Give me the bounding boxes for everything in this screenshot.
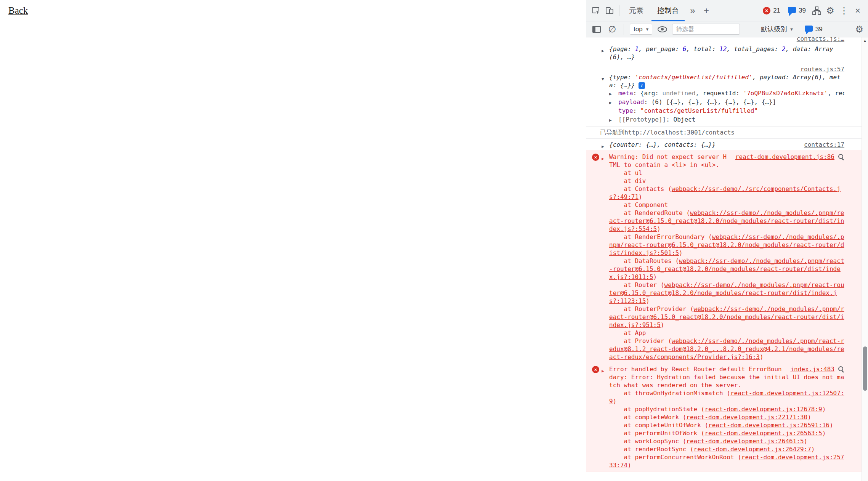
panel-icon — [592, 26, 601, 33]
message-text: {counter: {…}, contacts: {…}} — [609, 141, 716, 148]
tab-console[interactable]: 控制台 — [651, 0, 685, 21]
source-location-link[interactable]: contacts.js:… — [797, 37, 844, 43]
source-location-link[interactable]: react-dom.development.js:86 — [735, 153, 834, 161]
console-text: , req — [828, 90, 844, 97]
property-text: payload: (6) [{…}, {…}, {…}, {…}, {…}, {… — [618, 98, 776, 106]
toolbar-divider — [624, 24, 624, 35]
console-text: {page: — [609, 45, 635, 53]
devtools-panel: 元素 控制台 » + × 21 39 ⚙ ⋮ × ∅ top ▾ — [586, 0, 868, 481]
expand-triangle-icon[interactable]: ▶ — [609, 99, 618, 107]
message-text: Error handled by React Router default Er… — [609, 366, 844, 469]
back-link[interactable]: Back — [8, 5, 28, 16]
message-source: react-dom.development.js:86 — [735, 153, 844, 161]
message-count-badge[interactable]: 39 — [788, 7, 806, 14]
console-text: type — [618, 107, 633, 114]
more-tabs-icon[interactable]: » — [687, 4, 698, 18]
console-text: : — [633, 107, 640, 114]
console-text: 1 — [635, 45, 639, 53]
stack-trace-link[interactable]: react-dom.development.js:26563:5 — [704, 430, 822, 437]
source-location-link[interactable]: contacts:17 — [804, 141, 844, 149]
live-expression-eye-icon[interactable] — [656, 22, 668, 36]
source-location-link[interactable]: routes.js:57 — [800, 65, 844, 73]
magnifier-icon[interactable] — [838, 366, 844, 372]
stack-trace-link[interactable]: react-dom.development.js:22171:30 — [686, 414, 807, 421]
clear-console-icon[interactable]: ∅ — [606, 22, 618, 36]
console-text: meta — [618, 90, 633, 97]
expand-triangle-icon[interactable]: ▼ — [602, 75, 604, 83]
object-property-row: ▶type: "contacts/getUserList/fulfilled" — [609, 107, 844, 115]
object-property-row: ▶payload: (6) [{…}, {…}, {…}, {…}, {…}, … — [609, 98, 844, 107]
console-text: [[Prototype]] — [618, 116, 666, 123]
console-sidebar-icon[interactable] — [591, 22, 602, 36]
expand-triangle-icon[interactable]: ▶ — [602, 155, 604, 163]
console-message: routes.js:57▼{type: 'contacts/getUserLis… — [586, 63, 862, 127]
console-message: contacts.js:… — [586, 37, 862, 43]
source-location-link[interactable]: index.js:483 — [790, 365, 834, 373]
expand-triangle-icon[interactable]: ▶ — [602, 47, 604, 55]
message-count: 39 — [799, 7, 806, 14]
toolbar-divider — [619, 5, 619, 16]
error-icon: × — [592, 366, 599, 373]
console-text: ) — [760, 353, 764, 361]
info-icon[interactable]: i — [639, 82, 645, 89]
log-levels-label: 默认级别 — [761, 25, 787, 34]
console-message: 已导航到http://localhost:3001/contacts — [586, 127, 862, 139]
scrollbar-thumb[interactable] — [863, 346, 867, 391]
console-filter-input[interactable] — [672, 24, 740, 35]
expand-triangle-icon[interactable]: ▶ — [602, 367, 604, 375]
nodes-icon[interactable] — [811, 4, 822, 18]
issues-bubble-icon — [805, 26, 813, 32]
error-icon: × — [763, 7, 770, 14]
new-tab-icon[interactable]: + — [701, 4, 712, 18]
app-page: Back — [0, 0, 586, 481]
console-text: 2 — [782, 45, 786, 53]
console-text: '7oQP8uZsD7a4oKLzknwtx' — [743, 90, 828, 97]
expand-triangle-icon[interactable]: ▶ — [609, 90, 618, 98]
close-icon[interactable]: × — [852, 4, 863, 18]
stack-trace-link[interactable]: react-dom.development.js:26461:5 — [686, 438, 804, 445]
stack-trace-link[interactable]: react-dom.development.js:12678:9 — [704, 406, 822, 413]
device-toolbar-icon[interactable] — [604, 4, 615, 18]
expand-triangle-icon[interactable]: ▶ — [609, 116, 618, 124]
magnifier-icon[interactable] — [838, 154, 844, 160]
eye-icon — [658, 26, 667, 32]
message-source: index.js:483 — [790, 365, 844, 373]
console-text: 12 — [719, 45, 727, 53]
devtools-main-toolbar: 元素 控制台 » + × 21 39 ⚙ ⋮ × — [586, 0, 868, 21]
kebab-menu-icon[interactable]: ⋮ — [838, 4, 850, 18]
stack-trace-link[interactable]: react-dom.development.js:26591:16 — [708, 422, 829, 429]
console-messages: contacts.js:…▶{page: 1, per_page: 6, tot… — [586, 37, 862, 471]
console-text: : {arg: — [633, 90, 663, 97]
console-text: : Object — [666, 116, 695, 123]
stack-trace-link[interactable]: react-dom.development.js:26429:7 — [694, 446, 811, 453]
error-count-badge[interactable]: × 21 — [763, 7, 780, 14]
chevron-down-icon: ▾ — [790, 26, 793, 32]
console-text: ) at popHydrationState ( — [609, 398, 704, 413]
message-text: {page: 1, per_page: 6, total: 12, total_… — [609, 45, 833, 61]
context-label: top — [634, 26, 643, 33]
message-source: routes.js:57 — [615, 65, 844, 73]
message-bubble-icon — [788, 7, 796, 13]
console-text: {counter: {…}, contacts: {…}} — [609, 141, 716, 148]
issues-chip[interactable]: 39 — [805, 26, 823, 33]
log-levels-dropdown[interactable]: 默认级别 ▾ — [761, 25, 793, 34]
console-text: : (6) [{…}, {…}, {…}, {…}, {…}, {…}] — [644, 98, 776, 106]
expand-triangle-icon[interactable]: ▶ — [602, 143, 604, 151]
stack-trace-link[interactable]: http://localhost:3001/contacts — [624, 129, 735, 136]
console-text: ) — [627, 462, 631, 469]
inspect-icon[interactable] — [590, 4, 602, 18]
tab-elements[interactable]: 元素 — [623, 0, 649, 21]
console-text: 已导航到 — [600, 129, 624, 136]
console-scrollbar[interactable]: ▲ — [862, 37, 868, 481]
settings-gear-icon[interactable]: ⚙ — [825, 4, 836, 18]
console-text: , per_page: — [639, 45, 683, 53]
object-property-row: ▶[[Prototype]]: Object — [609, 115, 844, 124]
context-selector[interactable]: top ▾ — [630, 24, 652, 35]
console-settings-gear-icon[interactable]: ⚙ — [855, 25, 863, 34]
message-source: contacts:17 — [804, 141, 844, 149]
console-message: react-dom.development.js:86×▶Warning: Di… — [586, 151, 862, 363]
console-toolbar: ∅ top ▾ 默认级别 ▾ 39 ⚙ — [586, 21, 868, 37]
console-text: undefined — [663, 90, 696, 97]
scroll-up-arrow[interactable]: ▲ — [862, 38, 868, 43]
property-text: type: "contacts/getUserList/fulfilled" — [618, 107, 758, 114]
